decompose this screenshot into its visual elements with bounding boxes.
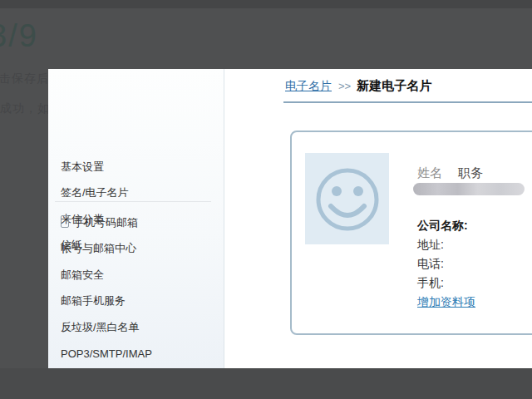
breadcrumb-separator: >> <box>338 80 351 92</box>
dimmed-background-text-2: 成功，如 <box>0 101 48 116</box>
dimmed-background-bottom-strip <box>0 368 532 399</box>
breadcrumb-parent-link[interactable]: 电子名片 <box>285 79 332 94</box>
sidebar-item-label: 反垃圾/黑白名单 <box>61 320 140 335</box>
dimmed-background-text-1: 击保存后 <box>0 71 47 86</box>
ecard-field-company-name: 公司名称: <box>417 216 475 235</box>
redacted-email-smudge <box>413 183 525 195</box>
sidebar-item-pop3-smtp-imap[interactable]: POP3/SMTP/IMAP <box>61 341 217 367</box>
sidebar-group-account: 手机号码邮箱帐号与邮箱中心邮箱安全邮箱手机服务反垃圾/黑白名单POP3/SMTP… <box>61 209 217 367</box>
page-title: 新建电子名片 <box>357 78 431 94</box>
add-field-row: 增加资料项 <box>417 293 475 312</box>
job-title-placeholder-label: 职务 <box>458 165 483 181</box>
breadcrumb: 电子名片 >> 新建电子名片 <box>285 78 431 94</box>
sidebar-item-account-mail-center[interactable]: 帐号与邮箱中心 <box>61 236 217 263</box>
sidebar-item-label: POP3/SMTP/IMAP <box>61 347 152 360</box>
add-profile-item-link[interactable]: 增加资料项 <box>417 295 475 310</box>
sidebar-item-label: 基本设置 <box>61 160 104 175</box>
sidebar-divider <box>55 201 211 202</box>
sidebar-item-label: 邮箱安全 <box>61 268 104 283</box>
sidebar-item-label: 签名/电子名片 <box>61 185 129 200</box>
ecard-fields: 公司名称:地址:电话:手机:增加资料项 <box>417 216 475 312</box>
ecard-preview: 姓名 职务 公司名称:地址:电话:手机:增加资料项 <box>290 131 532 335</box>
ecard-field-address: 地址: <box>417 235 475 254</box>
settings-sidebar: 基本设置签名/电子名片来信分类信纸 手机号码邮箱帐号与邮箱中心邮箱安全邮箱手机服… <box>48 69 224 368</box>
sidebar-item-signature-ecard[interactable]: 签名/电子名片 <box>61 180 217 207</box>
ecard-name-row: 姓名 职务 <box>417 165 483 181</box>
sidebar-item-label: 邮箱手机服务 <box>61 293 126 308</box>
settings-main-content: 电子名片 >> 新建电子名片 姓名 职务 公司名称:地址:电话:手机:增加资料项 <box>224 69 532 368</box>
sidebar-item-label: 帐号与邮箱中心 <box>61 241 136 256</box>
ecard-field-mobile: 手机: <box>417 273 475 293</box>
name-placeholder-label: 姓名 <box>417 165 442 181</box>
smiley-face-icon <box>305 153 389 244</box>
sidebar-item-mobile-number-mail[interactable]: 手机号码邮箱 <box>61 209 217 236</box>
breadcrumb-rule <box>283 101 532 103</box>
dimmed-step-counter: 3/9 <box>0 18 38 54</box>
ecard-field-phone: 电话: <box>417 254 475 273</box>
sidebar-item-antispam-blackwhite-list[interactable]: 反垃圾/黑白名单 <box>61 314 217 341</box>
dimmed-background-top-band <box>0 0 532 8</box>
sidebar-item-basic-settings[interactable]: 基本设置 <box>61 154 217 180</box>
sidebar-item-mail-security[interactable]: 邮箱安全 <box>61 262 217 288</box>
sidebar-item-label: 手机号码邮箱 <box>73 215 138 230</box>
phone-icon <box>61 215 69 228</box>
settings-panel: 基本设置签名/电子名片来信分类信纸 手机号码邮箱帐号与邮箱中心邮箱安全邮箱手机服… <box>48 69 532 368</box>
sidebar-item-mail-mobile-service[interactable]: 邮箱手机服务 <box>61 288 217 315</box>
